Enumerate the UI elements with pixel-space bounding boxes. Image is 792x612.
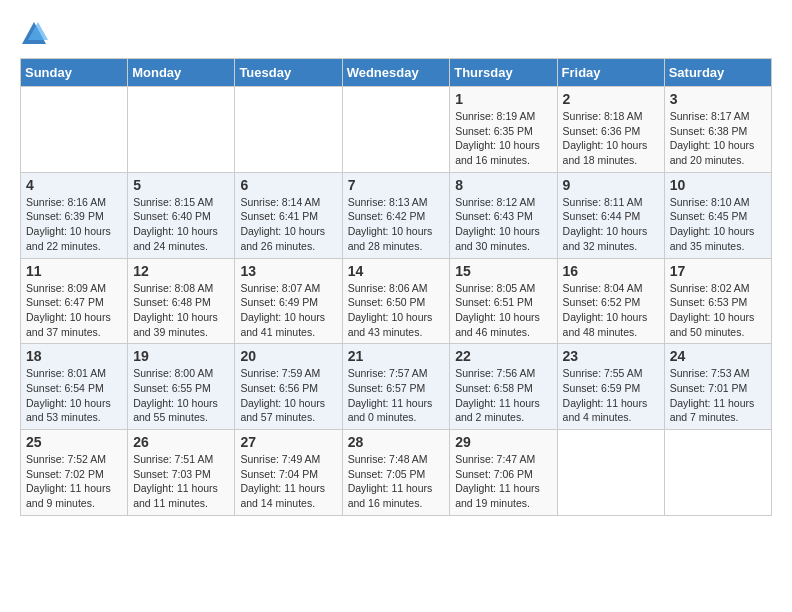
calendar-cell: 1Sunrise: 8:19 AMSunset: 6:35 PMDaylight… [450,87,557,173]
calendar-cell: 3Sunrise: 8:17 AMSunset: 6:38 PMDaylight… [664,87,771,173]
calendar-cell [128,87,235,173]
calendar-cell: 10Sunrise: 8:10 AMSunset: 6:45 PMDayligh… [664,172,771,258]
day-info: Sunrise: 8:19 AMSunset: 6:35 PMDaylight:… [455,109,551,168]
header-saturday: Saturday [664,59,771,87]
day-number: 7 [348,177,445,193]
day-number: 25 [26,434,122,450]
day-info: Sunrise: 8:05 AMSunset: 6:51 PMDaylight:… [455,281,551,340]
calendar-cell [235,87,342,173]
day-number: 5 [133,177,229,193]
day-info: Sunrise: 7:49 AMSunset: 7:04 PMDaylight:… [240,452,336,511]
day-info: Sunrise: 8:09 AMSunset: 6:47 PMDaylight:… [26,281,122,340]
day-number: 12 [133,263,229,279]
day-info: Sunrise: 8:08 AMSunset: 6:48 PMDaylight:… [133,281,229,340]
day-number: 1 [455,91,551,107]
calendar-cell: 20Sunrise: 7:59 AMSunset: 6:56 PMDayligh… [235,344,342,430]
day-info: Sunrise: 8:04 AMSunset: 6:52 PMDaylight:… [563,281,659,340]
calendar-cell [342,87,450,173]
calendar-week-row: 1Sunrise: 8:19 AMSunset: 6:35 PMDaylight… [21,87,772,173]
day-info: Sunrise: 7:57 AMSunset: 6:57 PMDaylight:… [348,366,445,425]
calendar-cell: 15Sunrise: 8:05 AMSunset: 6:51 PMDayligh… [450,258,557,344]
day-number: 2 [563,91,659,107]
day-info: Sunrise: 7:53 AMSunset: 7:01 PMDaylight:… [670,366,766,425]
calendar-cell: 8Sunrise: 8:12 AMSunset: 6:43 PMDaylight… [450,172,557,258]
page-header [20,20,772,48]
calendar-cell [557,430,664,516]
day-info: Sunrise: 7:59 AMSunset: 6:56 PMDaylight:… [240,366,336,425]
day-number: 29 [455,434,551,450]
day-info: Sunrise: 8:07 AMSunset: 6:49 PMDaylight:… [240,281,336,340]
header-tuesday: Tuesday [235,59,342,87]
day-number: 19 [133,348,229,364]
header-sunday: Sunday [21,59,128,87]
calendar-cell: 28Sunrise: 7:48 AMSunset: 7:05 PMDayligh… [342,430,450,516]
calendar-cell: 5Sunrise: 8:15 AMSunset: 6:40 PMDaylight… [128,172,235,258]
day-info: Sunrise: 8:18 AMSunset: 6:36 PMDaylight:… [563,109,659,168]
day-number: 24 [670,348,766,364]
calendar-cell: 26Sunrise: 7:51 AMSunset: 7:03 PMDayligh… [128,430,235,516]
day-info: Sunrise: 8:15 AMSunset: 6:40 PMDaylight:… [133,195,229,254]
calendar-cell: 6Sunrise: 8:14 AMSunset: 6:41 PMDaylight… [235,172,342,258]
day-number: 16 [563,263,659,279]
day-number: 9 [563,177,659,193]
calendar-cell: 16Sunrise: 8:04 AMSunset: 6:52 PMDayligh… [557,258,664,344]
calendar-cell: 13Sunrise: 8:07 AMSunset: 6:49 PMDayligh… [235,258,342,344]
calendar-table: SundayMondayTuesdayWednesdayThursdayFrid… [20,58,772,516]
header-wednesday: Wednesday [342,59,450,87]
calendar-cell: 17Sunrise: 8:02 AMSunset: 6:53 PMDayligh… [664,258,771,344]
calendar-week-row: 4Sunrise: 8:16 AMSunset: 6:39 PMDaylight… [21,172,772,258]
day-info: Sunrise: 7:51 AMSunset: 7:03 PMDaylight:… [133,452,229,511]
day-number: 26 [133,434,229,450]
calendar-cell: 25Sunrise: 7:52 AMSunset: 7:02 PMDayligh… [21,430,128,516]
calendar-cell: 14Sunrise: 8:06 AMSunset: 6:50 PMDayligh… [342,258,450,344]
day-number: 27 [240,434,336,450]
calendar-cell: 29Sunrise: 7:47 AMSunset: 7:06 PMDayligh… [450,430,557,516]
day-info: Sunrise: 8:11 AMSunset: 6:44 PMDaylight:… [563,195,659,254]
calendar-week-row: 25Sunrise: 7:52 AMSunset: 7:02 PMDayligh… [21,430,772,516]
header-thursday: Thursday [450,59,557,87]
calendar-cell: 2Sunrise: 8:18 AMSunset: 6:36 PMDaylight… [557,87,664,173]
calendar-cell [664,430,771,516]
header-monday: Monday [128,59,235,87]
day-info: Sunrise: 8:10 AMSunset: 6:45 PMDaylight:… [670,195,766,254]
day-info: Sunrise: 7:47 AMSunset: 7:06 PMDaylight:… [455,452,551,511]
day-info: Sunrise: 8:14 AMSunset: 6:41 PMDaylight:… [240,195,336,254]
calendar-cell: 24Sunrise: 7:53 AMSunset: 7:01 PMDayligh… [664,344,771,430]
calendar-week-row: 11Sunrise: 8:09 AMSunset: 6:47 PMDayligh… [21,258,772,344]
day-info: Sunrise: 8:06 AMSunset: 6:50 PMDaylight:… [348,281,445,340]
day-number: 8 [455,177,551,193]
calendar-header-row: SundayMondayTuesdayWednesdayThursdayFrid… [21,59,772,87]
calendar-cell: 4Sunrise: 8:16 AMSunset: 6:39 PMDaylight… [21,172,128,258]
calendar-cell: 21Sunrise: 7:57 AMSunset: 6:57 PMDayligh… [342,344,450,430]
calendar-cell: 12Sunrise: 8:08 AMSunset: 6:48 PMDayligh… [128,258,235,344]
day-info: Sunrise: 8:13 AMSunset: 6:42 PMDaylight:… [348,195,445,254]
day-number: 23 [563,348,659,364]
logo-icon [20,20,48,48]
day-number: 20 [240,348,336,364]
calendar-week-row: 18Sunrise: 8:01 AMSunset: 6:54 PMDayligh… [21,344,772,430]
logo [20,20,52,48]
calendar-cell: 9Sunrise: 8:11 AMSunset: 6:44 PMDaylight… [557,172,664,258]
day-info: Sunrise: 8:17 AMSunset: 6:38 PMDaylight:… [670,109,766,168]
day-info: Sunrise: 7:52 AMSunset: 7:02 PMDaylight:… [26,452,122,511]
day-number: 13 [240,263,336,279]
calendar-cell: 7Sunrise: 8:13 AMSunset: 6:42 PMDaylight… [342,172,450,258]
day-number: 4 [26,177,122,193]
calendar-cell [21,87,128,173]
day-info: Sunrise: 7:55 AMSunset: 6:59 PMDaylight:… [563,366,659,425]
day-info: Sunrise: 8:01 AMSunset: 6:54 PMDaylight:… [26,366,122,425]
calendar-cell: 23Sunrise: 7:55 AMSunset: 6:59 PMDayligh… [557,344,664,430]
calendar-cell: 22Sunrise: 7:56 AMSunset: 6:58 PMDayligh… [450,344,557,430]
day-number: 10 [670,177,766,193]
day-number: 17 [670,263,766,279]
day-number: 28 [348,434,445,450]
day-info: Sunrise: 8:16 AMSunset: 6:39 PMDaylight:… [26,195,122,254]
day-number: 14 [348,263,445,279]
calendar-cell: 11Sunrise: 8:09 AMSunset: 6:47 PMDayligh… [21,258,128,344]
day-info: Sunrise: 7:48 AMSunset: 7:05 PMDaylight:… [348,452,445,511]
day-number: 22 [455,348,551,364]
day-number: 21 [348,348,445,364]
day-info: Sunrise: 8:00 AMSunset: 6:55 PMDaylight:… [133,366,229,425]
calendar-cell: 19Sunrise: 8:00 AMSunset: 6:55 PMDayligh… [128,344,235,430]
day-info: Sunrise: 7:56 AMSunset: 6:58 PMDaylight:… [455,366,551,425]
